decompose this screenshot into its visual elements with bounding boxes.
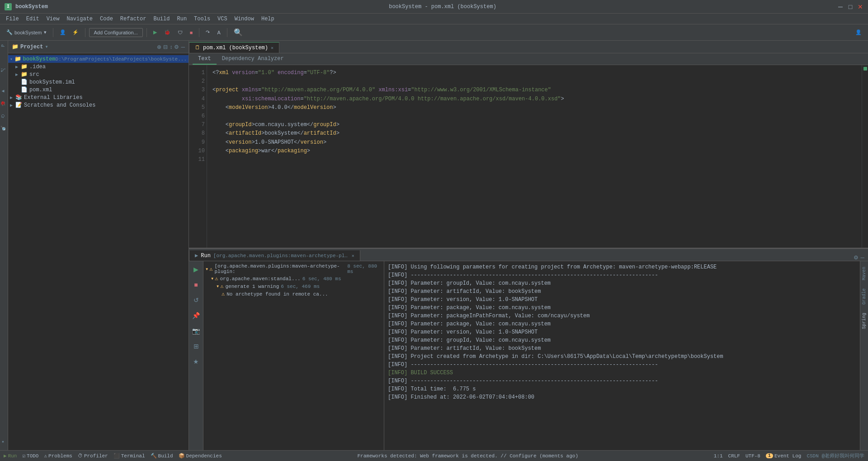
menu-vcs[interactable]: VCS: [214, 15, 231, 23]
settings-gear-icon[interactable]: ⚙: [174, 44, 179, 50]
navigate-back-button[interactable]: 👤: [57, 28, 69, 37]
warn-icon-0: ⚠: [209, 266, 212, 273]
status-terminal-button[interactable]: ⬛ Terminal: [113, 453, 145, 459]
tab-close-button[interactable]: ✕: [271, 45, 274, 51]
run-item-label-3: No archetype found in remote ca...: [226, 292, 328, 297]
run-tree-item-0[interactable]: ▾ ⚠ [org.apache.maven.plugins:maven-arch…: [203, 263, 384, 275]
translate-button[interactable]: A: [214, 28, 223, 37]
bottom-settings-button[interactable]: ⚙: [854, 254, 859, 261]
console-line-16: [INFO] Finished at: 2022-06-02T07:04:04+…: [388, 393, 856, 401]
add-configuration-button[interactable]: Add Configuration...: [89, 28, 143, 37]
project-dropdown[interactable]: 🔧 bookSystem ▾: [4, 28, 49, 37]
menu-tools[interactable]: Tools: [190, 15, 214, 23]
code-line-11: [212, 155, 856, 164]
menu-code[interactable]: Code: [96, 15, 117, 23]
sync-button[interactable]: ⚡: [70, 28, 81, 37]
menu-refactor[interactable]: Refactor: [117, 15, 150, 23]
line-num-7: 7: [191, 121, 205, 129]
menu-window[interactable]: Window: [231, 15, 258, 23]
project-icon: 🔧: [6, 29, 13, 35]
left-strip-profiler-label[interactable]: ⏱: [0, 110, 8, 122]
step-over-button[interactable]: ↷: [203, 28, 212, 37]
run-action-rerun-button[interactable]: ↺: [190, 294, 203, 306]
line-num-4: 4: [191, 95, 205, 103]
run-action-fold-button[interactable]: ⊞: [190, 340, 203, 353]
run-tree-item-1[interactable]: ▾ ⚠ org.apache.maven:standal... 6 sec, 4…: [203, 275, 384, 282]
tree-item-root[interactable]: ▾ 📁 bookSystem D:\ProgramProjects\IdeaPr…: [8, 55, 189, 63]
run-action-pin-button[interactable]: 📌: [190, 309, 203, 322]
run-button[interactable]: ▶: [151, 28, 160, 37]
project-dropdown-arrow: ▾: [45, 43, 48, 50]
run-action-run-button[interactable]: ▶: [190, 263, 203, 276]
console-line-12: [INFO] ---------------------------------…: [388, 361, 856, 369]
editor-subtab-text[interactable]: Text: [193, 54, 217, 65]
editor-tab-pom[interactable]: 🗒 pom.xml (bookSystem) ✕: [189, 42, 279, 53]
left-strip-commit-label[interactable]: ⎇: [0, 64, 8, 76]
status-build-button[interactable]: 🔨 Build: [151, 453, 173, 459]
bottom-minimize-button[interactable]: ─: [860, 254, 864, 261]
console-panel[interactable]: [INFO] Using following parameters for cr…: [384, 261, 860, 450]
menu-run[interactable]: Run: [173, 15, 190, 23]
toolbar-separator-2: [85, 28, 85, 37]
run-item-label-0: [org.apache.maven.plugins:maven-archetyp…: [214, 263, 345, 274]
run-action-stop-button[interactable]: ■: [190, 278, 203, 291]
tree-item-src[interactable]: ▶ 📁 src: [8, 71, 189, 78]
run-item-time-0: 8 sec, 880 ms: [347, 263, 382, 274]
editor-subtab-dependency[interactable]: Dependency Analyzer: [217, 54, 289, 65]
status-profiler-button[interactable]: ⏱ Profiler: [78, 453, 108, 459]
menu-view[interactable]: View: [43, 15, 63, 23]
todo-icon: ☑: [22, 453, 25, 459]
minimize-button[interactable]: ─: [837, 4, 844, 10]
status-problems-button[interactable]: ⚠ Problems: [44, 453, 72, 459]
event-badge: 1: [766, 453, 773, 458]
tree-label-external-libs: External Libraries: [24, 94, 83, 101]
locate-in-tree-button[interactable]: ⊕: [157, 44, 161, 50]
status-run-button[interactable]: ▶ Run: [4, 453, 17, 459]
status-event-log-button[interactable]: 1 Event Log: [766, 453, 801, 459]
menu-navigate[interactable]: Navigate: [63, 15, 96, 23]
minimize-panel-button[interactable]: ─: [181, 44, 185, 50]
run-action-camera-button[interactable]: 📷: [190, 325, 203, 337]
debug-button[interactable]: 🐞: [161, 28, 173, 37]
console-line-13: [INFO] BUILD SUCCESS: [388, 369, 856, 377]
bottom-tab-run[interactable]: ▶ Run [org.apache.maven.plugins:maven-ar…: [189, 250, 360, 261]
left-strip-find-label[interactable]: 🔍: [0, 122, 8, 135]
sort-button[interactable]: ↕: [170, 44, 172, 50]
bottom-inner: ▶ ■ ↺ 📌 📷 ⊞ ★ ▾ ⚠: [189, 261, 868, 450]
search-everywhere-button[interactable]: 🔍: [231, 27, 245, 38]
status-todo-button[interactable]: ☑ TODO: [22, 453, 38, 459]
menu-edit[interactable]: Edit: [23, 15, 43, 23]
maximize-button[interactable]: □: [847, 4, 854, 10]
left-strip-run-label[interactable]: ▶: [0, 85, 8, 98]
run-tab-close-button[interactable]: ✕: [352, 253, 354, 259]
menu-help[interactable]: Help: [258, 15, 278, 23]
right-sidebar-maven[interactable]: Maven: [861, 263, 868, 284]
run-tree-item-2[interactable]: ▾ ⚠ generate 1 warning 6 sec, 469 ms: [203, 282, 384, 290]
tree-item-external-libs[interactable]: ▶ 📚 External Libraries: [8, 94, 189, 101]
collapse-all-button[interactable]: ⊟: [163, 44, 168, 50]
run-with-coverage-button[interactable]: 🛡: [175, 28, 185, 37]
menu-build[interactable]: Build: [150, 15, 173, 23]
left-strip-bookmark-label[interactable]: ★: [0, 436, 8, 448]
right-sidebar-gradle[interactable]: Gradle: [861, 285, 868, 308]
left-strip-debug-label[interactable]: 🐞: [0, 98, 8, 110]
status-dependencies-button[interactable]: 📦 Dependencies: [179, 453, 222, 459]
settings-button[interactable]: 👤: [853, 28, 864, 37]
project-header-icons: ⊕ ⊟ ↕ ⚙ ─: [157, 44, 185, 50]
tree-item-scratches[interactable]: ▶ 📝 Scratches and Consoles: [8, 101, 189, 109]
tree-item-iml[interactable]: 📄 bookSystem.iml: [8, 78, 189, 86]
left-strip-project-label[interactable]: P: [0, 41, 8, 51]
warn-expand-icon-1: ▾: [211, 275, 214, 282]
tree-item-idea[interactable]: ▶ 📁 .idea: [8, 63, 189, 71]
menu-file[interactable]: File: [2, 15, 23, 23]
run-action-fav-button[interactable]: ★: [190, 355, 203, 368]
code-area[interactable]: <?xml version="1.0" encoding="UTF-8"?> <…: [207, 65, 862, 248]
right-sidebar-spring[interactable]: Spring: [861, 309, 868, 333]
tree-item-pom[interactable]: 📄 pom.xml: [8, 86, 189, 94]
title-bar: I bookSystem bookSystem - pom.xml (bookS…: [0, 0, 868, 14]
run-tree-item-3[interactable]: ⚠ No archetype found in remote ca...: [203, 290, 384, 298]
close-button[interactable]: ✕: [857, 4, 863, 10]
stop-button[interactable]: ■: [187, 28, 196, 37]
console-line-14: [INFO] ---------------------------------…: [388, 377, 856, 385]
run-item-label-1: org.apache.maven:standal...: [220, 276, 300, 282]
